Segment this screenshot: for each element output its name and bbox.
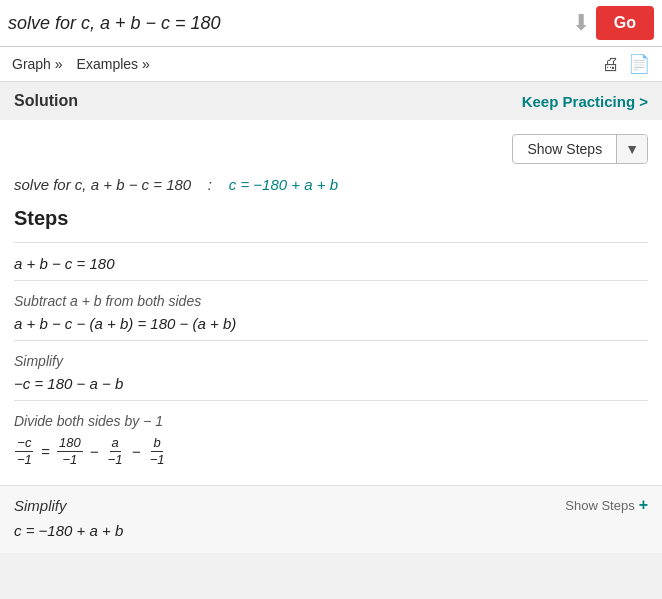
- frac-neg-c: −c −1: [15, 435, 34, 467]
- pdf-button[interactable]: 📄: [628, 53, 650, 75]
- print-icon: 🖨: [602, 54, 620, 74]
- frac-b: b −1: [148, 435, 167, 467]
- solution-label: Solution: [14, 92, 78, 110]
- show-steps-label: Show Steps: [513, 135, 617, 163]
- solution-header: Solution Keep Practicing >: [0, 82, 662, 120]
- equation-prefix: solve for c, a + b − c = 180: [14, 176, 191, 193]
- simplify-show-steps-button[interactable]: Show Steps +: [565, 496, 648, 514]
- frac-180: 180 −1: [57, 435, 83, 467]
- step-1-equation: a + b − c = 180: [14, 255, 648, 272]
- nav-icons: 🖨 📄: [602, 53, 650, 75]
- pdf-icon: 📄: [628, 54, 650, 74]
- step-2: Subtract a + b from both sides a + b − c…: [14, 280, 648, 340]
- equation-solution: c = −180 + a + b: [229, 176, 338, 193]
- simplify-header: Simplify Show Steps +: [14, 496, 648, 514]
- step-1: a + b − c = 180: [14, 242, 648, 280]
- main-content: Show Steps ▼ solve for c, a + b − c = 18…: [0, 120, 662, 553]
- frac-a: a −1: [106, 435, 125, 467]
- download-button[interactable]: ⬇: [572, 10, 590, 36]
- step-3-description: Simplify: [14, 353, 648, 369]
- step-2-description: Subtract a + b from both sides: [14, 293, 648, 309]
- step-3: Simplify −c = 180 − a − b: [14, 340, 648, 400]
- simplify-label: Simplify: [14, 497, 67, 514]
- search-input[interactable]: [8, 13, 566, 34]
- simplify-equation: c = −180 + a + b: [14, 522, 648, 539]
- step-3-equation: −c = 180 − a − b: [14, 375, 648, 392]
- examples-link[interactable]: Examples »: [77, 56, 150, 72]
- print-button[interactable]: 🖨: [602, 53, 620, 75]
- keep-practicing-link[interactable]: Keep Practicing >: [522, 93, 648, 110]
- show-steps-button[interactable]: Show Steps ▼: [512, 134, 648, 164]
- nav-left: Graph » Examples »: [12, 56, 150, 72]
- simplify-plus-icon: +: [639, 496, 648, 514]
- step-4-equation: −c −1 = 180 −1 − a −1 − b −1: [14, 435, 648, 467]
- equation-result: solve for c, a + b − c = 180 : c = −180 …: [14, 176, 648, 193]
- search-bar: ⬇ Go: [0, 0, 662, 47]
- go-button[interactable]: Go: [596, 6, 654, 40]
- show-steps-bar: Show Steps ▼: [14, 134, 648, 164]
- steps-heading: Steps: [14, 207, 648, 230]
- step-4: Divide both sides by − 1 −c −1 = 180 −1 …: [14, 400, 648, 475]
- download-icon: ⬇: [572, 10, 590, 36]
- simplify-section: Simplify Show Steps + c = −180 + a + b: [0, 485, 662, 553]
- show-steps-arrow-icon: ▼: [617, 135, 647, 163]
- step-2-equation: a + b − c − (a + b) = 180 − (a + b): [14, 315, 648, 332]
- step-4-description: Divide both sides by − 1: [14, 413, 648, 429]
- graph-link[interactable]: Graph »: [12, 56, 63, 72]
- equation-separator: :: [195, 176, 224, 193]
- nav-bar: Graph » Examples » 🖨 📄: [0, 47, 662, 82]
- simplify-show-steps-label: Show Steps: [565, 498, 634, 513]
